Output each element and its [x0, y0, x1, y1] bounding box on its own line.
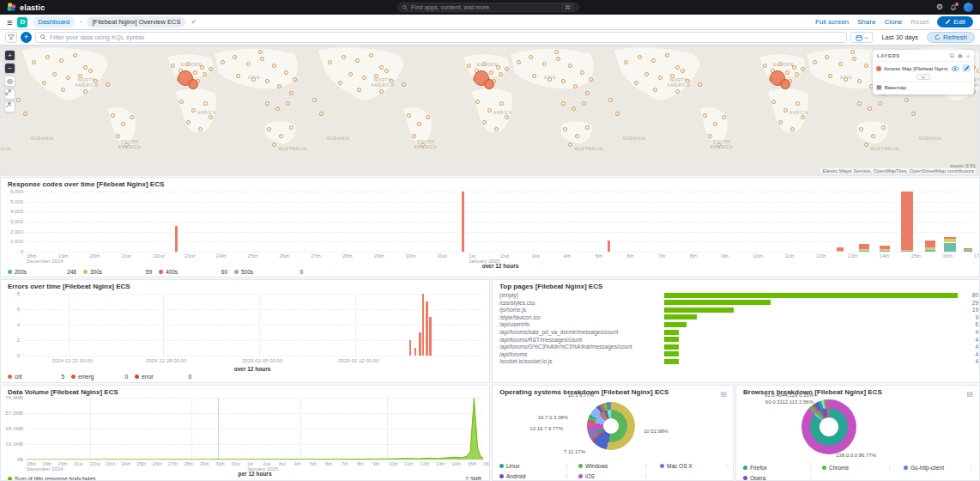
map-marker[interactable]: [198, 127, 203, 131]
map-marker[interactable]: [568, 143, 572, 147]
map-marker[interactable]: [686, 79, 690, 83]
map-marker[interactable]: [722, 115, 726, 119]
clone-link[interactable]: Clone: [884, 18, 902, 26]
bar-segment-400s[interactable]: [880, 246, 890, 250]
map-marker[interactable]: [547, 77, 552, 82]
legend-item-sum-bytes[interactable]: Sum of http.response.body.bytes: [8, 476, 96, 481]
map-marker[interactable]: [124, 143, 129, 147]
bar-segment-300s[interactable]: [880, 249, 890, 250]
map-attribution-text[interactable]: Elastic Maps Service, OpenMapTiles, Open…: [820, 168, 976, 174]
map-marker[interactable]: [186, 62, 191, 66]
map-marker[interactable]: [45, 55, 50, 59]
map-marker[interactable]: [83, 89, 88, 94]
bar-segment-300s[interactable]: [837, 251, 844, 252]
map-marker[interactable]: [251, 77, 256, 82]
map-marker[interactable]: [402, 82, 406, 87]
map-marker[interactable]: [499, 72, 503, 76]
map-marker[interactable]: [792, 65, 796, 70]
notifications-bell-icon[interactable]: [950, 4, 957, 11]
time-range-label[interactable]: Last 30 days: [876, 33, 923, 41]
map-marker[interactable]: [221, 60, 225, 64]
map-marker[interactable]: [838, 62, 843, 66]
map-marker[interactable]: [871, 134, 875, 138]
map-marker[interactable]: [644, 72, 649, 76]
page-bar[interactable]: [664, 337, 679, 342]
map-marker[interactable]: [494, 127, 499, 131]
map-marker[interactable]: [200, 65, 204, 70]
map-marker[interactable]: [342, 55, 346, 59]
map-marker[interactable]: [94, 79, 98, 83]
map-marker[interactable]: [878, 101, 882, 106]
legend-item-error[interactable]: error: [135, 374, 154, 380]
add-filter-button[interactable]: +: [21, 32, 32, 43]
map-marker[interactable]: [785, 70, 789, 75]
map-marker[interactable]: [260, 57, 264, 61]
bar-segment-200s[interactable]: [859, 251, 869, 252]
map-cluster-marker[interactable]: [780, 79, 790, 89]
layers-add-icon[interactable]: +: [966, 53, 970, 59]
map-marker[interactable]: [116, 134, 120, 138]
bar-segment-400s[interactable]: [462, 192, 464, 252]
bar-segment-400s[interactable]: [859, 244, 869, 249]
map-zoom-out-button[interactable]: −: [4, 63, 15, 74]
map-marker[interactable]: [88, 69, 93, 73]
map-marker[interactable]: [496, 65, 500, 70]
bar-segment-400s[interactable]: [837, 247, 844, 251]
map-marker[interactable]: [277, 84, 281, 88]
map-marker[interactable]: [379, 65, 384, 70]
map-marker[interactable]: [852, 57, 856, 61]
map-marker[interactable]: [203, 101, 208, 106]
map-marker[interactable]: [771, 100, 776, 104]
page-bar[interactable]: [664, 300, 771, 305]
map-marker[interactable]: [624, 60, 628, 64]
map-marker[interactable]: [355, 58, 360, 63]
map-marker[interactable]: [651, 58, 656, 63]
map-marker[interactable]: [698, 82, 702, 87]
bar-segment-200s[interactable]: [944, 243, 956, 253]
map-tools-button[interactable]: [4, 101, 15, 113]
map-fit-data-button[interactable]: ◎: [4, 76, 15, 87]
user-avatar[interactable]: [964, 3, 973, 12]
bar-segment-crit[interactable]: [422, 294, 425, 356]
map-marker[interactable]: [66, 76, 70, 80]
map-marker[interactable]: [563, 127, 567, 131]
map-marker[interactable]: [801, 115, 805, 119]
map-marker[interactable]: [608, 98, 613, 102]
bar-segment-400s[interactable]: [944, 237, 956, 240]
gear-icon[interactable]: ⚙: [936, 3, 943, 11]
map-marker[interactable]: [585, 91, 590, 95]
bar-segment-400s[interactable]: [608, 240, 610, 252]
bar-segment-400s[interactable]: [175, 226, 178, 252]
layer-access-map[interactable]: Access Map [Filebeat Nginx] ECS: [884, 66, 948, 71]
map-marker[interactable]: [864, 143, 868, 147]
bar-segment-300s[interactable]: [925, 247, 935, 250]
map-marker[interactable]: [312, 98, 317, 102]
legend-item-Firefox[interactable]: Firefox: [743, 465, 767, 471]
map-marker[interactable]: [293, 77, 297, 82]
donut-chart[interactable]: [802, 399, 856, 454]
map-marker[interactable]: [857, 101, 862, 106]
map-marker[interactable]: [568, 64, 572, 68]
map-marker[interactable]: [778, 120, 783, 125]
map-marker[interactable]: [52, 72, 57, 76]
space-badge[interactable]: D: [17, 17, 27, 27]
map-marker[interactable]: [681, 69, 685, 73]
map-marker[interactable]: [130, 115, 134, 119]
map-marker[interactable]: [171, 64, 175, 68]
map-cluster-marker[interactable]: [484, 79, 494, 89]
share-link[interactable]: Share: [857, 18, 875, 26]
map-marker[interactable]: [499, 101, 504, 106]
layer-basemap[interactable]: Basemap: [885, 85, 971, 90]
legend-item-400s[interactable]: 400s: [159, 269, 178, 275]
bar-segment-300s[interactable]: [901, 250, 913, 251]
map-marker[interactable]: [532, 74, 536, 78]
legend-item-iOS[interactable]: iOS: [578, 473, 595, 479]
map-marker[interactable]: [61, 88, 65, 92]
page-bar[interactable]: [664, 293, 958, 298]
map-marker[interactable]: [582, 101, 586, 106]
map-marker[interactable]: [179, 100, 184, 104]
map-marker[interactable]: [844, 77, 848, 82]
map-marker[interactable]: [362, 76, 366, 80]
map-marker[interactable]: [638, 55, 642, 59]
map-marker[interactable]: [864, 64, 868, 68]
